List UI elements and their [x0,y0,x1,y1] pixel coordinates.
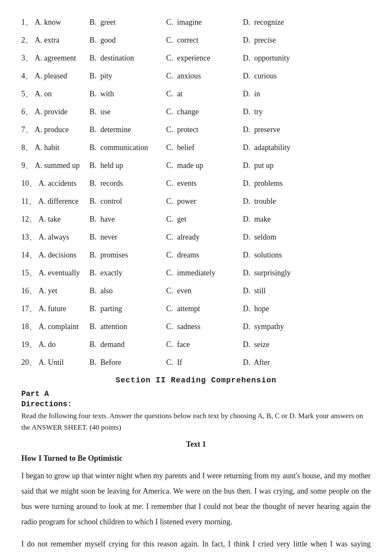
option-d: D. precise [243,36,328,45]
option-d: D. adaptability [243,143,328,152]
question-row: 15、 A. eventually B. exactly C. immediat… [21,268,371,278]
option-b: B. with [89,90,166,98]
option-d: D. still [243,286,328,295]
question-num: 1、 A. know [21,17,89,27]
question-num: 3、 A. agreement [21,53,89,63]
option-b: B. Before [89,358,166,367]
question-row: 4、 A. pleased B. pity C. anxious D. curi… [21,71,371,81]
question-row: 5、 A. on B. with C. at D. in [21,89,371,99]
option-b: B. never [89,233,166,242]
option-d: D. curious [243,72,328,81]
question-num: 15、 A. eventually [21,268,89,278]
part-title: Part A [21,390,371,398]
article-paragraph: I began to grow up that winter night whe… [21,468,371,529]
option-d: D. problems [243,179,328,188]
question-row: 18、 A. complaint B. attention C. sadness… [21,321,371,332]
option-d: D. preserve [243,125,328,134]
option-d: D. trouble [243,197,328,206]
question-row: 8、 A. habit B. communication C. belief D… [21,142,371,153]
question-num: 2、 A. extra [21,35,89,45]
option-d: D. try [243,107,328,116]
option-d: D. seize [243,340,328,349]
question-row: 6、 A. provide B. use C. change D. try [21,107,371,117]
question-row: 10、 A. accidents B. records C. events D.… [21,178,371,188]
directions-text: Read the following four texts. Answer th… [21,410,371,433]
option-b: B. destination [89,54,166,63]
option-d: D. make [243,215,328,224]
option-c: C. belief [166,143,243,152]
option-b: B. greet [89,18,166,27]
question-num: 10、 A. accidents [21,178,89,188]
option-b: B. held up [89,161,166,170]
option-b: B. attention [89,322,166,331]
question-num: 5、 A. on [21,89,89,99]
question-row: 14、 A. decisions B. promises C. dreams D… [21,250,371,260]
question-num: 7、 A. produce [21,124,89,135]
option-d: D. in [243,90,328,98]
questions-section: 1、 A. know B. greet C. imagine D. recogn… [21,17,371,367]
option-c: C. dreams [166,251,243,260]
option-b: B. exactly [89,269,166,278]
option-c: C. change [166,107,243,116]
option-d: D. sympathy [243,322,328,331]
option-b: B. communication [89,143,166,152]
option-b: B. demand [89,340,166,349]
question-row: 20、 A. Until B. Before C. If D. After [21,357,371,367]
question-row: 13、 A. always B. never C. already D. sel… [21,232,371,242]
question-num: 17、 A. future [21,304,89,314]
option-c: C. made up [166,161,243,170]
question-row: 19、 A. do B. demand C. face D. seize [21,339,371,350]
question-num: 9、 A. summed up [21,160,89,171]
question-row: 11、 A. difference B. control C. power D.… [21,196,371,206]
option-c: C. correct [166,36,243,45]
option-d: D. opportunity [243,54,328,63]
question-num: 8、 A. habit [21,142,89,153]
questions-grid: 1、 A. know B. greet C. imagine D. recogn… [21,17,371,367]
option-c: C. already [166,233,243,242]
question-row: 2、 A. extra B. good C. correct D. precis… [21,35,371,45]
option-b: B. determine [89,125,166,134]
option-d: D. hope [243,304,328,313]
question-row: 3、 A. agreement B. destination C. experi… [21,53,371,63]
directions-label: Directions: [21,400,371,408]
question-num: 20、 A. Until [21,357,89,367]
option-b: B. also [89,286,166,295]
question-num: 4、 A. pleased [21,71,89,81]
question-row: 17、 A. future B. parting C. attempt D. h… [21,304,371,314]
text-title: Text 1 [21,440,371,449]
question-num: 18、 A. complaint [21,321,89,332]
option-b: B. parting [89,304,166,313]
question-row: 16、 A. yet B. also C. even D. still [21,286,371,296]
question-num: 6、 A. provide [21,107,89,117]
option-c: C. even [166,286,243,295]
option-d: D. surprisingly [243,269,328,278]
option-d: D. recognize [243,18,328,27]
option-b: B. have [89,215,166,224]
option-c: C. power [166,197,243,206]
option-d: D. solutions [243,251,328,260]
section-title: Section II Reading Comprehension [21,376,371,384]
question-num: 12、 A. take [21,214,89,224]
option-c: C. If [166,358,243,367]
option-c: C. face [166,340,243,349]
option-c: C. events [166,179,243,188]
option-d: D. After [243,358,328,367]
article-body: I began to grow up that winter night whe… [21,468,371,555]
option-c: C. get [166,215,243,224]
option-c: C. at [166,90,243,98]
option-c: C. anxious [166,72,243,81]
article-paragraph: I do not remember myself crying for this… [21,536,371,555]
question-row: 12、 A. take B. have C. get D. make [21,214,371,224]
article-title: How I Turned to Be Optimistic [21,454,371,463]
option-b: B. promises [89,251,166,260]
question-row: 1、 A. know B. greet C. imagine D. recogn… [21,17,371,27]
option-b: B. control [89,197,166,206]
option-c: C. protect [166,125,243,134]
option-c: C. experience [166,54,243,63]
option-c: C. imagine [166,18,243,27]
question-row: 7、 A. produce B. determine C. protect D.… [21,124,371,135]
question-num: 11、 A. difference [21,196,89,206]
option-b: B. use [89,107,166,116]
option-d: D. seldom [243,233,328,242]
question-row: 9、 A. summed up B. held up C. made up D.… [21,160,371,171]
